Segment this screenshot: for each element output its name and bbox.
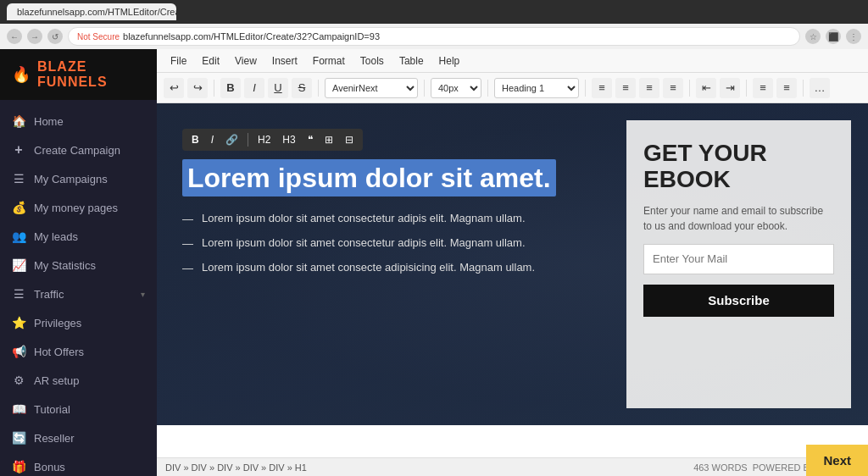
toolbar-divider-4 (487, 80, 488, 97)
subscribe-button[interactable]: Subscribe (643, 285, 834, 317)
inline-link-button[interactable]: 🔗 (221, 132, 242, 147)
menu-edit[interactable]: Edit (195, 53, 226, 69)
toolbar-divider-7 (746, 80, 747, 97)
underline-button[interactable]: U (268, 78, 288, 98)
heading-select[interactable]: Heading 1 (494, 78, 579, 98)
inline-formatting-toolbar: B I 🔗 H2 H3 ❝ ⊞ ⊟ (182, 129, 363, 151)
sidebar-item-my-money-pages[interactable]: 💰 My money pages (0, 193, 157, 222)
sidebar-item-home[interactable]: 🏠 Home (0, 107, 157, 136)
tutorial-icon: 📖 (12, 402, 25, 416)
logo-flame-icon: 🔥 (12, 65, 31, 84)
sidebar-label-my-leads: My leads (34, 230, 78, 243)
font-size-select[interactable]: 40px (431, 78, 481, 98)
menu-insert[interactable]: Insert (265, 53, 304, 69)
more-options-button[interactable]: … (810, 78, 830, 98)
statusbar-path: DIV » DIV » DIV » DIV » DIV » H1 (165, 462, 307, 473)
toolbar-divider-2 (318, 80, 319, 97)
strikethrough-button[interactable]: S (292, 78, 312, 98)
forward-button[interactable]: → (27, 29, 42, 44)
bullet-dash-icon: — (182, 212, 193, 227)
list-unordered-button[interactable]: ≡ (753, 78, 773, 98)
toolbar-divider-5 (585, 80, 586, 97)
bold-button[interactable]: B (220, 78, 241, 98)
reload-button[interactable]: ↺ (47, 29, 63, 44)
hero-content[interactable]: B I 🔗 H2 H3 ❝ ⊞ ⊟ Lorem ipsum dolor sit … (157, 103, 626, 425)
hero-bullet-1: — Lorem ipsum dolor sit amet consectetur… (182, 211, 601, 227)
sidebar-item-privileges[interactable]: ⭐ Privileges (0, 308, 157, 337)
list-ordered-button[interactable]: ≡ (776, 78, 797, 98)
menu-format[interactable]: Format (306, 53, 352, 69)
sidebar-item-ar-setup[interactable]: ⚙ AR setup (0, 366, 157, 395)
url-display: blazefunnelsapp.com/HTMLEditor/Create/32… (123, 31, 380, 42)
inline-table-button[interactable]: ⊟ (341, 132, 358, 147)
sidebar-item-traffic[interactable]: ☰ Traffic ▾ (0, 280, 157, 308)
editor-toolbar: ↩ ↪ B I U S AvenirNext 40px Heading 1 ≡ … (157, 73, 868, 103)
sidebar-item-create-campaign[interactable]: + Create Campaign (0, 136, 157, 164)
bonus-icon: 🎁 (12, 460, 25, 473)
bullet-text-1: Lorem ipsum dolor sit amet consectetur a… (202, 211, 526, 226)
sidebar-label-traffic: Traffic (34, 288, 64, 301)
home-icon: 🏠 (12, 114, 25, 128)
email-input[interactable] (643, 244, 834, 274)
main-layout: 🔥 BLAZE FUNNELS 🏠 Home + Create Campaign… (0, 49, 868, 476)
security-label: Not Secure (77, 32, 120, 42)
sidebar-item-my-statistics[interactable]: 📈 My Statistics (0, 251, 157, 280)
inline-italic-button[interactable]: I (207, 132, 218, 147)
hero-heading[interactable]: Lorem ipsum dolor sit amet. (182, 163, 601, 194)
sidebar-logo: 🔥 BLAZE FUNNELS (0, 49, 157, 100)
menu-table[interactable]: Table (392, 53, 431, 69)
sidebar-label-my-statistics: My Statistics (34, 259, 96, 272)
menu-file[interactable]: File (164, 53, 193, 69)
indent-decrease-button[interactable]: ⇤ (696, 78, 716, 98)
money-icon: 💰 (12, 201, 25, 214)
menu-help[interactable]: Help (432, 53, 467, 69)
bookmarks-button[interactable]: ☆ (805, 29, 821, 44)
inline-h3-button[interactable]: H3 (278, 132, 299, 147)
sidebar-item-my-leads[interactable]: 👥 My leads (0, 222, 157, 251)
align-left-button[interactable]: ≡ (592, 78, 612, 98)
sidebar-item-reseller[interactable]: 🔄 Reseller (0, 423, 157, 452)
undo-button[interactable]: ↩ (164, 78, 184, 98)
inline-quote-button[interactable]: ❝ (303, 132, 317, 147)
indent-increase-button[interactable]: ⇥ (720, 78, 740, 98)
sidebar-item-bonus[interactable]: 🎁 Bonus (0, 452, 157, 476)
sidebar-label-create-campaign: Create Campaign (34, 144, 120, 157)
statistics-icon: 📈 (12, 258, 25, 272)
menu-button[interactable]: ⋮ (846, 29, 861, 44)
menu-tools[interactable]: Tools (353, 53, 391, 69)
reseller-icon: 🔄 (12, 431, 25, 445)
ebook-signup-panel: GET YOUR EBOOK Enter your name and email… (626, 120, 851, 408)
editor-canvas[interactable]: B I 🔗 H2 H3 ❝ ⊞ ⊟ Lorem ipsum dolor sit … (157, 103, 868, 457)
next-button[interactable]: Next (806, 445, 868, 476)
plus-icon: + (12, 143, 25, 157)
sidebar-label-privileges: Privileges (34, 317, 81, 329)
sidebar-item-tutorial[interactable]: 📖 Tutorial (0, 395, 157, 423)
extensions-button[interactable]: ⬛ (826, 29, 841, 44)
ar-setup-icon: ⚙ (12, 374, 25, 387)
toolbar-divider-3 (424, 80, 425, 97)
active-browser-tab[interactable]: blazefunnelsapp.com/HTMLEditor/Create/32… (7, 3, 176, 20)
font-family-select[interactable]: AvenirNext (325, 78, 418, 98)
inline-h2-button[interactable]: H2 (253, 132, 275, 147)
italic-button[interactable]: I (244, 78, 264, 98)
traffic-chevron-icon: ▾ (141, 290, 145, 299)
logo-text: BLAZE FUNNELS (37, 59, 145, 90)
sidebar-item-my-campaigns[interactable]: ☰ My Campaigns (0, 164, 157, 193)
hero-bullet-2: — Lorem ipsum dolor sit amet consectetur… (182, 235, 601, 252)
sidebar-label-my-campaigns: My Campaigns (34, 173, 108, 185)
address-bar[interactable]: Not Secure blazefunnelsapp.com/HTMLEdito… (68, 27, 800, 46)
redo-button[interactable]: ↪ (187, 78, 208, 98)
inline-bold-button[interactable]: B (187, 132, 203, 147)
back-button[interactable]: ← (7, 29, 22, 44)
align-justify-button[interactable]: ≡ (663, 78, 683, 98)
bullet-text-3: Lorem ipsum dolor sit amet consecte adip… (202, 260, 535, 275)
align-center-button[interactable]: ≡ (615, 78, 636, 98)
inline-image-button[interactable]: ⊞ (320, 132, 337, 147)
browser-chrome: blazefunnelsapp.com/HTMLEditor/Create/32… (0, 0, 868, 49)
align-right-button[interactable]: ≡ (639, 78, 659, 98)
traffic-icon: ☰ (12, 287, 25, 301)
menu-view[interactable]: View (228, 53, 264, 69)
sidebar-item-hot-offers[interactable]: 📢 Hot Offers (0, 337, 157, 366)
sidebar-label-home: Home (34, 115, 64, 128)
panel-subtitle: Enter your name and email to subscribe t… (643, 203, 834, 234)
